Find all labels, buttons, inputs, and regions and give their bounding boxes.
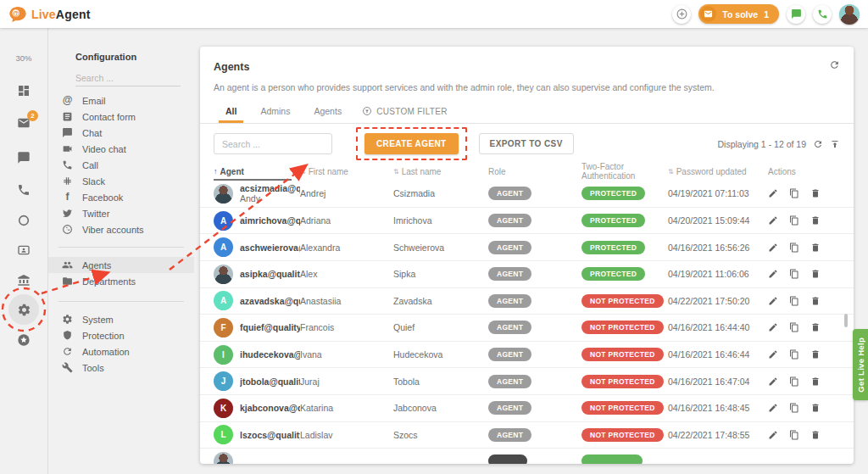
tab-all[interactable]: All [214,99,248,123]
rail-calls-button[interactable] [0,183,47,197]
plus-circle-icon [676,8,687,20]
edit-button[interactable] [768,376,778,387]
edit-button[interactable] [768,349,778,360]
config-menu-item-call[interactable]: Call [48,157,194,173]
config-menu-item-chat[interactable]: Chat [48,125,194,141]
rail-chats-button[interactable] [0,151,47,165]
duplicate-button[interactable] [789,403,799,413]
config-menu-item-email[interactable]: @ Email [48,92,194,109]
edit-button[interactable] [768,188,778,198]
edit-button[interactable] [768,296,778,306]
table-row[interactable]: J jtobola@qualityur Juraj Tobola AGENT N… [200,368,854,395]
trash-icon [810,430,821,440]
config-menu-item-label: Contact form [82,112,136,122]
chats-button[interactable] [787,5,805,24]
delete-button[interactable] [810,376,821,387]
create-agent-button[interactable]: CREATE AGENT [364,133,459,154]
calls-button[interactable] [813,5,832,24]
duplicate-button[interactable] [789,322,799,332]
table-row[interactable] [200,449,854,464]
config-menu-item-contact-form[interactable]: Contact form [48,109,194,125]
config-menu-item-twitter[interactable]: Twitter [48,205,194,221]
edit-button[interactable] [768,430,778,440]
delete-button[interactable] [810,215,821,226]
column-header-last-name[interactable]: ⇅Last name [393,164,488,179]
table-row[interactable]: F fquief@qualityuni Francois Quief AGENT… [200,315,854,342]
edit-button[interactable] [768,403,778,413]
config-menu-item-agents[interactable]: Agents [48,257,194,273]
duplicate-button[interactable] [789,243,799,253]
column-header-first-name[interactable]: ⇅First name [300,164,393,179]
two-factor-badge: NOT PROTECTED [581,375,664,388]
pencil-icon [768,322,778,332]
duplicate-button[interactable] [789,296,799,306]
config-menu-item-automation[interactable]: Automation [48,343,194,360]
table-row[interactable]: K kjabconova@qual Katarina Jabconova AGE… [200,395,854,422]
duplicate-button[interactable] [789,269,799,279]
delete-button[interactable] [810,269,821,279]
edit-button[interactable] [768,243,778,253]
table-row[interactable]: A aimrichova@quali Adriana Imrichova AGE… [200,208,854,235]
last-name-cell: Schweierova [393,243,488,253]
rail-billing-button[interactable] [0,273,47,287]
column-header-password-updated[interactable]: ⇅Password updated [668,164,768,179]
duplicate-button[interactable] [789,215,799,226]
configuration-search-input[interactable] [75,70,181,86]
table-row[interactable]: acsizmadia@qual Andy Andrej Csizmadia AG… [200,181,854,208]
first-name-cell: Andrej [300,188,393,198]
config-menu-item-system[interactable]: System [48,311,194,327]
rail-dashboard-button[interactable] [0,84,47,98]
edit-button[interactable] [768,215,778,226]
table-refresh-button[interactable] [813,139,823,149]
config-menu-item-viber-accounts[interactable]: Viber accounts [48,221,194,237]
to-solve-button[interactable]: To solve 1 [698,4,779,24]
column-header-agent[interactable]: ↑Agent [214,164,300,179]
delete-button[interactable] [810,430,821,440]
scrollbar-thumb[interactable] [844,314,848,327]
agent-email: ihudecekova@qua [240,349,300,360]
envelope-icon [704,9,713,19]
card-refresh-button[interactable] [829,59,840,70]
duplicate-button[interactable] [789,430,799,440]
config-menu-item-facebook[interactable]: f Facebook [48,189,194,205]
delete-button[interactable] [810,403,821,413]
agent-email: jtobola@qualityur [240,376,300,387]
custom-filter-button[interactable]: CUSTOM FILTER [362,99,448,123]
rail-history-button[interactable] [0,214,47,227]
edit-button[interactable] [768,269,778,279]
avatar [214,184,233,204]
delete-button[interactable] [810,349,821,360]
tab-admins[interactable]: Admins [248,99,302,123]
config-menu-item-video-chat[interactable]: Video chat [48,141,194,157]
tab-agents[interactable]: Agents [302,99,353,123]
delete-button[interactable] [810,296,821,306]
table-search-input[interactable] [214,133,332,154]
get-live-help-tab[interactable]: Get Live Help [853,329,868,400]
liveagent-logo[interactable]: @ LiveAgent [8,5,91,24]
table-row[interactable]: L lszocs@qualityun Ladislav Szocs AGENT … [200,422,854,449]
table-row[interactable]: I ihudecekova@qua Ivana Hudecekova AGENT… [200,342,854,369]
config-menu-item-slack[interactable]: Slack [48,173,194,189]
rail-tickets-button[interactable]: 2 [0,116,47,130]
pencil-icon [768,243,778,253]
edit-button[interactable] [768,322,778,332]
export-to-csv-button[interactable]: EXPORT TO CSV [479,133,574,154]
delete-button[interactable] [810,243,821,253]
table-row[interactable]: A azavadska@quali Anastasiia Zavadska AG… [200,288,854,315]
config-menu-item-protection[interactable]: Protection [48,327,194,343]
duplicate-button[interactable] [789,376,799,387]
user-avatar[interactable] [839,4,860,25]
config-menu-item-tools[interactable]: Tools [48,360,194,376]
delete-button[interactable] [810,188,821,198]
add-new-button[interactable] [672,5,691,24]
delete-button[interactable] [810,322,821,332]
rail-gamification-button[interactable] [0,333,47,347]
table-row[interactable]: asipka@qualityun Alex Sipka AGENT PROTEC… [200,261,854,288]
rail-configuration-button[interactable] [0,294,47,325]
config-menu-item-departments[interactable]: Departments [48,273,194,289]
duplicate-button[interactable] [789,188,799,198]
table-row[interactable]: A aschweierova@qu Alexandra Schweierova … [200,234,854,261]
rail-contacts-button[interactable] [0,243,47,257]
duplicate-button[interactable] [789,349,799,360]
scroll-to-top-button[interactable] [830,139,840,149]
